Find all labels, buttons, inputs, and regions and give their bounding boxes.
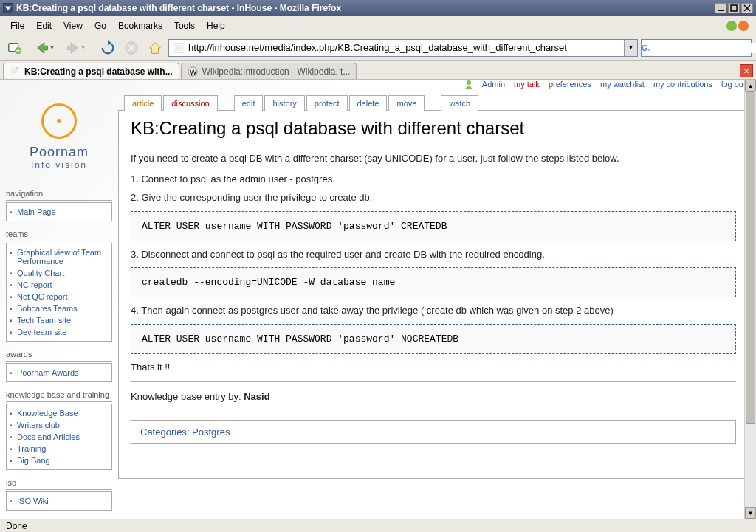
page-action-tabs: article discussion edit history protect … xyxy=(124,94,756,110)
page-title: KB:Creating a psql database with differe… xyxy=(131,118,736,142)
code-block-2: createdb --encoding=UNICODE -W database_… xyxy=(131,267,736,297)
scroll-thumb[interactable] xyxy=(746,91,755,424)
svg-rect-0 xyxy=(718,10,724,11)
new-tab-button[interactable] xyxy=(4,38,25,58)
tab-move[interactable]: move xyxy=(388,95,425,111)
wiki-main: Admin my talk preferences my watchlist m… xyxy=(118,80,756,519)
wiki-sidebar: Poornam Info vision navigationMain Paget… xyxy=(0,80,118,519)
window-menu-icon[interactable] xyxy=(3,3,13,13)
nav-item: Big Bang xyxy=(7,455,111,466)
nav-link[interactable]: Poornam Awards xyxy=(17,368,79,377)
nav-link[interactable]: Tech Team site xyxy=(17,316,71,325)
byline: Knowledge base entry by: Nasid xyxy=(131,390,736,404)
page-viewport: Poornam Info vision navigationMain Paget… xyxy=(0,80,756,519)
menu-edit[interactable]: Edit xyxy=(30,18,58,33)
page-favicon xyxy=(172,42,184,54)
nav-section: knowledge base and trainingKnowledge Bas… xyxy=(6,388,112,470)
nav-item: Dev team site xyxy=(7,326,111,338)
close-tab-button[interactable]: ✕ xyxy=(740,64,753,77)
category-link[interactable]: Postgres xyxy=(192,426,230,438)
svg-rect-1 xyxy=(731,5,737,11)
menu-go[interactable]: Go xyxy=(89,18,112,33)
tab-watch[interactable]: watch xyxy=(441,95,478,111)
user-page-link[interactable]: Admin xyxy=(482,80,505,89)
tab-delete[interactable]: delete xyxy=(349,95,388,111)
my-talk-link[interactable]: my talk xyxy=(514,80,540,89)
nav-link[interactable]: Dev team site xyxy=(17,328,66,336)
contributions-link[interactable]: my contributions xyxy=(653,80,712,89)
nav-link[interactable]: Docs and Articles xyxy=(17,432,80,441)
user-icon xyxy=(464,80,473,89)
site-logo[interactable]: Poornam Info vision xyxy=(6,87,112,187)
menu-view[interactable]: View xyxy=(58,18,89,33)
nav-item: Bobcares Teams xyxy=(7,303,111,314)
scroll-down-button[interactable]: ▼ xyxy=(745,507,756,519)
browser-tabstrip: 📄 KB:Creating a psql database with... W … xyxy=(0,61,756,80)
nav-item: Tech Team site xyxy=(7,314,111,326)
tab-article[interactable]: article xyxy=(124,95,162,111)
nav-section-title: teams xyxy=(6,227,112,241)
menu-file[interactable]: File xyxy=(4,18,30,33)
step-2: 2. Give the corresponding user the privi… xyxy=(131,190,736,205)
url-bar[interactable]: ▼ xyxy=(168,39,638,57)
search-engine-icon[interactable]: G xyxy=(642,43,652,53)
window-title: KB:Creating a psql database with differe… xyxy=(16,3,715,13)
browser-tab-active[interactable]: 📄 KB:Creating a psql database with... xyxy=(3,63,179,79)
minimize-button[interactable] xyxy=(715,3,726,13)
menu-help[interactable]: Help xyxy=(201,18,231,33)
nav-link[interactable]: Training xyxy=(17,444,46,453)
menu-bookmarks[interactable]: Bookmarks xyxy=(112,18,168,33)
nav-link[interactable]: Big Bang xyxy=(17,456,50,465)
tab-favicon: W xyxy=(188,66,198,77)
home-button[interactable] xyxy=(145,38,165,58)
maximize-button[interactable] xyxy=(728,3,740,13)
nav-link[interactable]: Net QC report xyxy=(17,292,67,301)
scroll-track[interactable] xyxy=(745,91,756,507)
url-history-dropdown[interactable]: ▼ xyxy=(624,40,637,56)
search-input[interactable] xyxy=(652,43,756,53)
navigation-toolbar: ▼ ▼ ▼ G xyxy=(0,35,756,61)
activity-indicator xyxy=(726,21,749,31)
back-button[interactable]: ▼ xyxy=(28,38,56,58)
logout-link[interactable]: log out xyxy=(721,80,746,89)
close-button[interactable] xyxy=(741,3,753,13)
nav-link[interactable]: Graphical view of Team Performance xyxy=(17,248,101,266)
reload-button[interactable] xyxy=(97,38,118,58)
menu-tools[interactable]: Tools xyxy=(168,18,201,33)
tab-discussion[interactable]: discussion xyxy=(163,95,217,111)
tab-edit[interactable]: edit xyxy=(234,95,264,111)
status-text: Done xyxy=(6,521,27,531)
tab-protect[interactable]: protect xyxy=(306,95,348,111)
nav-link[interactable]: ISO Wiki xyxy=(17,497,49,505)
logo-name: Poornam xyxy=(30,145,89,160)
nav-link[interactable]: Knowledge Base xyxy=(17,409,78,418)
scroll-up-button[interactable]: ▲ xyxy=(745,80,756,91)
browser-tab-inactive[interactable]: W Wikipedia:Introduction - Wikipedia, t.… xyxy=(181,63,357,79)
svg-text:G: G xyxy=(642,44,648,52)
nav-link[interactable]: Bobcares Teams xyxy=(17,304,78,313)
nav-link[interactable]: Writers club xyxy=(17,421,60,429)
preferences-link[interactable]: preferences xyxy=(549,80,591,89)
code-block-1: ALTER USER username WITH PASSWORD 'passw… xyxy=(131,211,736,241)
vertical-scrollbar[interactable]: ▲ ▼ xyxy=(744,80,756,519)
search-bar[interactable]: G xyxy=(641,39,752,57)
tab-title: Wikipedia:Introduction - Wikipedia, t... xyxy=(202,66,351,77)
nav-item: Knowledge Base xyxy=(7,407,111,419)
nav-section-title: iso xyxy=(6,476,112,490)
nav-link[interactable]: NC report xyxy=(17,280,52,289)
divider xyxy=(131,412,736,412)
nav-item: Writers club xyxy=(7,419,111,431)
step-1: 1. Connect to psql as the admin user - p… xyxy=(131,172,736,187)
watchlist-link[interactable]: my watchlist xyxy=(600,80,645,89)
nav-link[interactable]: Main Page xyxy=(17,207,56,216)
tab-favicon: 📄 xyxy=(10,66,20,77)
article-outro: Thats it !! xyxy=(131,360,736,375)
nav-link[interactable]: Quality Chart xyxy=(17,269,64,277)
nav-section: isoISO Wiki xyxy=(6,476,112,511)
tab-history[interactable]: history xyxy=(264,95,304,111)
categories-label[interactable]: Categories xyxy=(140,426,187,438)
forward-button[interactable]: ▼ xyxy=(59,38,87,58)
url-input[interactable] xyxy=(187,42,624,53)
nav-item: Main Page xyxy=(7,206,111,218)
stop-button[interactable] xyxy=(121,38,142,58)
